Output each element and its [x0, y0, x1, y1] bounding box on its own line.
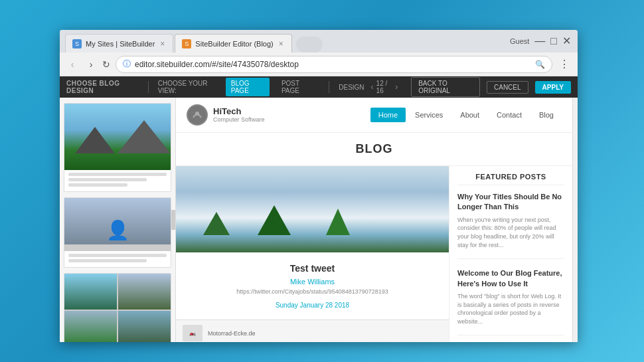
- page-navigation: ‹ 12 / 16 ›: [371, 80, 398, 94]
- app-toolbar: CHOOSE BLOG DESIGN CHOOSE YOUR VIEW: BLO…: [60, 76, 578, 98]
- thumb-image-3: [64, 274, 171, 342]
- thumb-text-2: [64, 251, 171, 267]
- blog-post-author: Mike Williams: [187, 278, 438, 286]
- next-page-button[interactable]: ›: [395, 82, 398, 92]
- back-button[interactable]: ‹: [65, 57, 80, 72]
- tab-close-mysites[interactable]: ×: [159, 38, 166, 50]
- featured-post-1[interactable]: Why Your Titles Should Be No Longer Than…: [457, 192, 564, 259]
- thumb-image-2: [64, 198, 171, 251]
- design-sidebar: ›: [60, 98, 176, 342]
- featured-post-1-title: Why Your Titles Should Be No Longer Than…: [457, 192, 564, 213]
- ad-icon: 🏍️: [183, 325, 202, 341]
- tab-label-mysites: My Sites | SiteBuilder: [86, 40, 155, 48]
- apply-button[interactable]: APPLY: [535, 81, 571, 94]
- tab-mysites[interactable]: S My Sites | SiteBuilder ×: [65, 34, 173, 52]
- text-line: [68, 178, 147, 181]
- tab-placeholder: [296, 37, 323, 52]
- svg-point-1: [195, 112, 199, 116]
- close-button[interactable]: ✕: [562, 36, 571, 46]
- prev-page-button[interactable]: ‹: [371, 82, 374, 92]
- grid-cell-2: [118, 274, 171, 310]
- search-icon: 🔍: [535, 60, 545, 69]
- text-line: [68, 254, 167, 257]
- ad-text: Motorrad-Ecke.de: [208, 330, 256, 337]
- tabs-area: S My Sites | SiteBuilder × S SiteBuilder…: [65, 30, 572, 52]
- nav-link-home[interactable]: Home: [370, 108, 406, 122]
- featured-post-2-title: Welcome to Our Blog Feature, Here's How …: [457, 268, 564, 289]
- blog-ad-area: 🏍️ Motorrad-Ecke.de: [176, 319, 449, 342]
- blog-post-title: Test tweet: [187, 263, 438, 274]
- grid-cell-1: [64, 274, 117, 310]
- refresh-button[interactable]: ↻: [102, 59, 110, 70]
- nav-link-blog[interactable]: Blog: [531, 108, 562, 122]
- blog-sidebar: FEATURED POSTS Why Your Titles Should Be…: [449, 166, 572, 342]
- logo-title: HiTech: [213, 106, 265, 117]
- blog-preview: HiTech Computer Software Home Services A…: [176, 98, 572, 342]
- thumb-image-1: [64, 104, 171, 170]
- scrollbar[interactable]: [572, 98, 578, 342]
- tab-label-editor: SiteBuilder Editor (Blog): [195, 40, 273, 48]
- page-number: 12 / 16: [376, 80, 393, 94]
- logo-subtitle: Computer Software: [213, 116, 265, 124]
- address-bar: ‹ › ↻ ⓘ editor.sitebuilder.com/#/site/47…: [60, 52, 578, 76]
- logo-image: [187, 104, 208, 126]
- featured-post-1-excerpt: When you're writing your next post, cons…: [457, 216, 564, 249]
- back-to-original-button[interactable]: BACK TO ORIGINAL: [411, 77, 480, 97]
- tab-editor[interactable]: S SiteBuilder Editor (Blog) ×: [175, 34, 291, 52]
- logo-text-area: HiTech Computer Software: [213, 106, 265, 124]
- featured-post-2-excerpt: The word "blog" is short for Web Log. It…: [457, 292, 564, 325]
- blog-body: Test tweet Mike Williams https://twitter…: [176, 166, 572, 342]
- grid-cell-4: [118, 311, 171, 342]
- blog-post-link: https://twitter.com/Cityajobs/status/954…: [187, 288, 438, 295]
- thumb-text-1: [64, 170, 171, 191]
- browser-menu-button[interactable]: ⋮: [556, 58, 572, 70]
- blog-nav-links: Home Services About Contact Blog: [370, 108, 562, 122]
- url-text: editor.sitebuilder.com/#/site/47435078/d…: [135, 60, 531, 69]
- main-area: › HiTech Computer Software: [60, 98, 578, 342]
- toolbar-separator-2: [329, 81, 329, 93]
- title-bar: S My Sites | SiteBuilder × S SiteBuilder…: [60, 30, 578, 52]
- featured-posts-header: FEATURED POSTS: [457, 173, 564, 185]
- mountain-image-1: [64, 104, 171, 170]
- tree-decoration: [326, 209, 350, 235]
- window-controls: Guest — □ ✕: [510, 36, 571, 46]
- blog-logo: HiTech Computer Software: [187, 104, 265, 126]
- forward-button[interactable]: ›: [84, 57, 98, 72]
- design-label: DESIGN: [339, 84, 364, 91]
- blog-page-title: BLOG: [176, 133, 572, 166]
- toolbar-separator-1: [148, 81, 149, 93]
- tab-icon-mysites: S: [72, 39, 82, 48]
- tab-close-editor[interactable]: ×: [278, 38, 285, 50]
- maximize-button[interactable]: □: [550, 36, 557, 46]
- user-label: Guest: [510, 37, 529, 45]
- text-line: [68, 173, 167, 176]
- nav-link-services[interactable]: Services: [407, 108, 451, 122]
- design-thumb-3[interactable]: [64, 273, 171, 342]
- info-icon: ⓘ: [123, 58, 131, 70]
- blog-hero-image: [176, 166, 449, 252]
- nav-link-contact[interactable]: Contact: [489, 108, 530, 122]
- sidebar-collapse-button[interactable]: ›: [171, 210, 176, 230]
- person-image: [64, 198, 171, 244]
- minimize-button[interactable]: —: [534, 36, 545, 46]
- blog-title-text: BLOG: [356, 142, 393, 155]
- nav-link-about[interactable]: About: [452, 108, 487, 122]
- design-thumb-1[interactable]: [64, 103, 171, 192]
- text-line: [68, 183, 127, 187]
- blog-main-column: Test tweet Mike Williams https://twitter…: [176, 166, 449, 342]
- blog-post-area: Test tweet Mike Williams https://twitter…: [176, 252, 449, 319]
- cancel-button[interactable]: CANCEL: [487, 81, 528, 94]
- blog-post-date: Sunday January 28 2018: [187, 302, 438, 309]
- blog-page-tab[interactable]: BLOG PAGE: [226, 78, 270, 96]
- text-line: [68, 259, 147, 262]
- photo-grid: [64, 274, 171, 342]
- browser-window: S My Sites | SiteBuilder × S SiteBuilder…: [60, 30, 578, 342]
- grid-cell-3: [64, 311, 117, 342]
- post-page-tab[interactable]: POST PAGE: [276, 78, 319, 96]
- blog-nav-header: HiTech Computer Software Home Services A…: [176, 98, 572, 133]
- choose-blog-design-label: CHOOSE BLOG DESIGN: [66, 80, 139, 94]
- featured-post-2[interactable]: Welcome to Our Blog Feature, Here's How …: [457, 268, 564, 335]
- url-bar[interactable]: ⓘ editor.sitebuilder.com/#/site/47435078…: [116, 56, 552, 73]
- design-thumb-2[interactable]: [64, 197, 171, 268]
- tab-icon-editor: S: [182, 39, 191, 48]
